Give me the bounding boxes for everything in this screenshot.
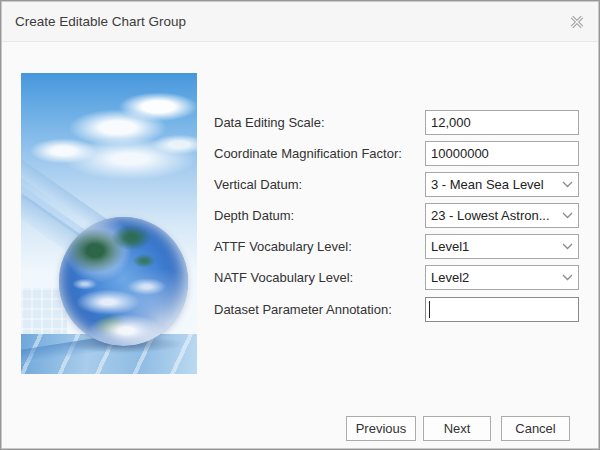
data-editing-scale-label: Data Editing Scale:	[214, 110, 325, 135]
create-editable-chart-group-dialog: Create Editable Chart Group Data Editing…	[0, 0, 600, 450]
form-row-data-editing-scale: Data Editing Scale:	[214, 110, 580, 135]
next-button[interactable]: Next	[423, 416, 491, 441]
vertical-datum-value: 3 - Mean Sea Level	[431, 177, 558, 192]
attf-vocabulary-level-select[interactable]: Level1	[425, 234, 579, 259]
form-row-attf-vocabulary-level: ATTF Vocabulary Level: Level1	[214, 234, 580, 259]
attf-vocabulary-level-label: ATTF Vocabulary Level:	[214, 234, 352, 259]
dataset-parameter-annotation-label: Dataset Parameter Annotation:	[214, 297, 392, 322]
form-row-natf-vocabulary-level: NATF Vocabulary Level: Level2	[214, 265, 580, 290]
close-icon[interactable]	[568, 13, 586, 31]
form-row-depth-datum: Depth Datum: 23 - Lowest Astron...	[214, 203, 580, 228]
depth-datum-label: Depth Datum:	[214, 203, 294, 228]
depth-datum-select[interactable]: 23 - Lowest Astron...	[425, 203, 579, 228]
coordinate-magnification-factor-label: Coordinate Magnification Factor:	[214, 141, 402, 166]
form-row-vertical-datum: Vertical Datum: 3 - Mean Sea Level	[214, 172, 580, 197]
attf-vocabulary-level-value: Level1	[431, 239, 558, 254]
form-row-coordinate-magnification-factor: Coordinate Magnification Factor:	[214, 141, 580, 166]
text-caret	[429, 301, 430, 318]
close-x-glyph	[569, 14, 585, 30]
previous-button[interactable]: Previous	[346, 416, 416, 441]
chevron-down-icon	[562, 212, 573, 219]
earth-globe	[59, 217, 188, 346]
cancel-button[interactable]: Cancel	[501, 416, 570, 441]
chevron-down-icon	[562, 181, 573, 188]
dialog-title: Create Editable Chart Group	[15, 2, 186, 42]
chevron-down-icon	[562, 274, 573, 281]
natf-vocabulary-level-label: NATF Vocabulary Level:	[214, 265, 353, 290]
natf-vocabulary-level-select[interactable]: Level2	[425, 265, 579, 290]
chevron-down-icon	[562, 243, 573, 250]
natf-vocabulary-level-value: Level2	[431, 270, 558, 285]
titlebar: Create Editable Chart Group	[2, 2, 598, 42]
dataset-parameter-annotation-input[interactable]	[425, 297, 579, 322]
form-row-dataset-parameter-annotation: Dataset Parameter Annotation:	[214, 297, 580, 322]
depth-datum-value: 23 - Lowest Astron...	[431, 208, 558, 223]
data-editing-scale-input[interactable]	[425, 110, 579, 135]
vertical-datum-label: Vertical Datum:	[214, 172, 302, 197]
earth-globe-illustration	[21, 73, 197, 374]
vertical-datum-select[interactable]: 3 - Mean Sea Level	[425, 172, 579, 197]
coordinate-magnification-factor-input[interactable]	[425, 141, 579, 166]
